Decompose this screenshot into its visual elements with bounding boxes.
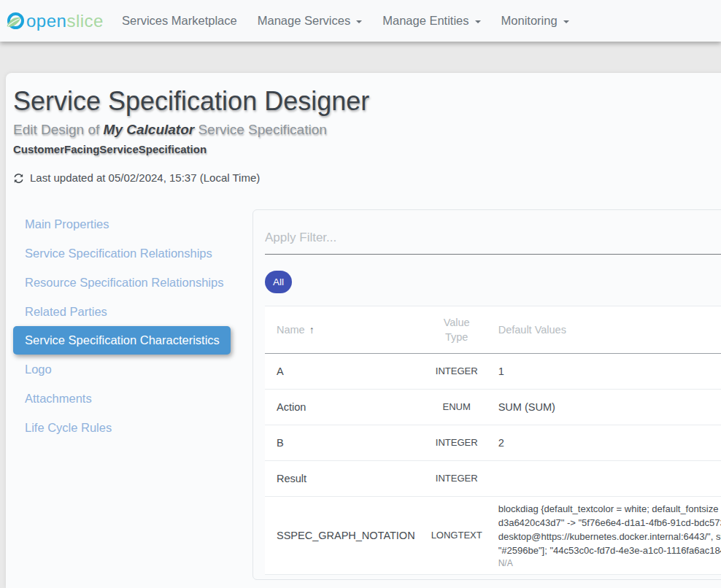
spec-type-label: CustomerFacingServiceSpecification	[13, 142, 721, 157]
openslice-logo-icon	[6, 11, 26, 31]
refresh-icon[interactable]	[13, 173, 24, 184]
sidebar-item-life-cycle-rules[interactable]: Life Cycle Rules	[13, 413, 252, 442]
chevron-down-icon	[356, 20, 362, 23]
sidebar-item-logo[interactable]: Logo	[13, 355, 252, 384]
nav-manage-services[interactable]: Manage Services	[247, 14, 372, 28]
sidebar-item-service-spec-characteristics[interactable]: Service Specification Characteristics	[13, 326, 231, 355]
main-navigation: Services Marketplace Manage Services Man…	[112, 14, 579, 28]
logo-text: openslice	[26, 11, 104, 31]
sidebar-item-attachments[interactable]: Attachments	[13, 384, 252, 413]
table-row[interactable]: SSPEC_GRAPH_NOTATION LONGTEXT blockdiag …	[265, 497, 721, 575]
not-applicable-note: N/A	[498, 558, 721, 569]
column-header-value-type[interactable]: Value Type	[427, 306, 487, 354]
page-subtitle: Edit Design of My Calculator Service Spe…	[13, 121, 721, 139]
char-value-type: INTEGER	[427, 354, 487, 390]
char-value-type: INTEGER	[427, 461, 487, 497]
top-navbar: openslice Services Marketplace Manage Se…	[0, 0, 721, 42]
table-row[interactable]: Action ENUM SUM (SUM)	[265, 390, 721, 425]
sidebar-item-resource-spec-relationships[interactable]: Resource Specification Relationships	[13, 268, 252, 297]
sidebar-item-main-properties[interactable]: Main Properties	[13, 209, 252, 239]
table-row[interactable]: Result INTEGER	[265, 461, 721, 497]
nav-services-marketplace[interactable]: Services Marketplace	[112, 14, 247, 28]
nav-monitoring[interactable]: Monitoring	[491, 14, 579, 28]
char-name: Action	[265, 390, 427, 425]
characteristics-table: Name↑ Value Type Default Values A INTEGE…	[265, 306, 721, 575]
column-header-name[interactable]: Name↑	[265, 306, 427, 354]
characteristics-panel: All Name↑ Value Type Default Values A IN…	[252, 209, 721, 580]
char-default-values: 2	[487, 425, 721, 461]
openslice-logo[interactable]: openslice	[6, 11, 105, 31]
chevron-down-icon	[475, 20, 481, 23]
table-row[interactable]: B INTEGER 2	[265, 425, 721, 461]
char-name: SSPEC_GRAPH_NOTATION	[265, 497, 427, 575]
chevron-down-icon	[563, 20, 569, 23]
char-value-type: ENUM	[427, 390, 487, 425]
char-default-values: SUM (SUM)	[487, 390, 721, 425]
sidebar-item-service-spec-relationships[interactable]: Service Specification Relationships	[13, 239, 252, 268]
char-default-values	[487, 461, 721, 497]
filter-input[interactable]	[265, 222, 721, 255]
filter-chip-all[interactable]: All	[265, 271, 292, 293]
column-header-default-values[interactable]: Default Values	[487, 306, 721, 354]
service-name: My Calculator	[104, 122, 195, 137]
sort-ascending-icon: ↑	[309, 324, 315, 336]
char-name: B	[265, 425, 427, 461]
char-default-values: blockdiag {default_textcolor = white; de…	[487, 497, 721, 575]
nav-manage-entities[interactable]: Manage Entities	[372, 14, 490, 28]
main-card: Service Specification Designer Edit Desi…	[6, 73, 721, 588]
designer-section-nav: Main Properties Service Specification Re…	[13, 209, 252, 442]
char-name: Result	[265, 461, 427, 497]
char-default-values: 1	[487, 354, 721, 390]
char-value-type: INTEGER	[427, 425, 487, 461]
char-name: A	[265, 354, 427, 390]
last-updated-text: Last updated at 05/02/2024, 15:37 (Local…	[30, 171, 260, 185]
last-updated-row: Last updated at 05/02/2024, 15:37 (Local…	[13, 171, 721, 185]
table-header-row: Name↑ Value Type Default Values	[265, 306, 721, 354]
sidebar-item-related-parties[interactable]: Related Parties	[13, 297, 252, 326]
char-value-type: LONGTEXT	[427, 497, 487, 575]
table-row[interactable]: A INTEGER 1	[265, 354, 721, 390]
page-title: Service Specification Designer	[13, 86, 721, 117]
